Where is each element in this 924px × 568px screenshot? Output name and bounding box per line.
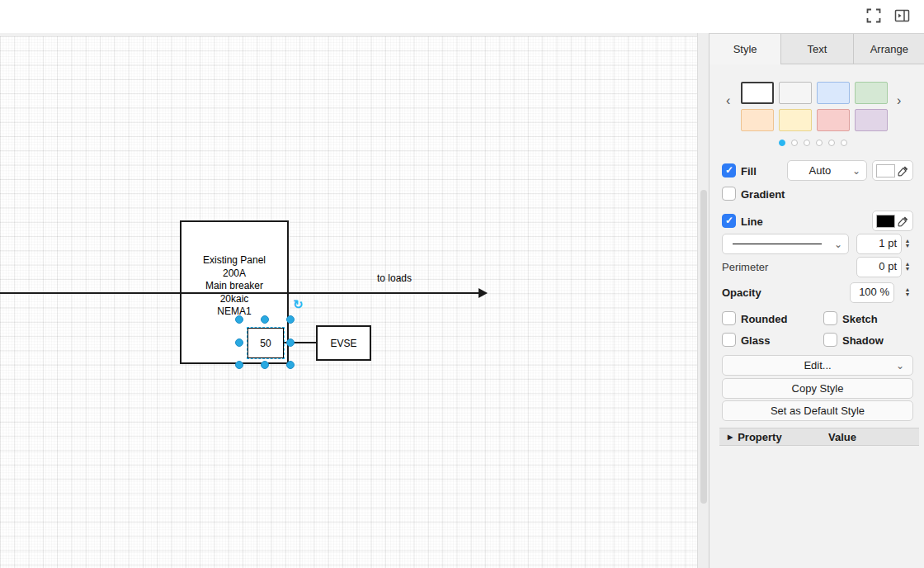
rotate-handle-icon[interactable]: ↻ (293, 298, 304, 311)
value-column-label: Value (828, 431, 856, 443)
line-color-swatch (876, 215, 895, 228)
format-panel: Style Text Arrange ‹ › Fill Auto ⌄ Gradi… (709, 33, 924, 568)
opacity-label: Opacity (722, 286, 761, 299)
property-table-header[interactable]: ▶ Property Value (719, 428, 919, 446)
rounded-label: Rounded (741, 313, 787, 325)
shadow-label: Shadow (842, 334, 884, 347)
fill-checkbox[interactable] (722, 163, 736, 178)
tab-style[interactable]: Style (710, 34, 781, 64)
line-label: Line (741, 215, 763, 228)
edit-style-button[interactable]: Edit... ⌄ (722, 355, 913, 376)
pager-dot-3[interactable] (816, 140, 823, 146)
canvas-vertical-scrollbar (697, 33, 709, 568)
chevron-down-icon: ⌄ (896, 362, 904, 370)
sketch-checkbox[interactable] (823, 311, 837, 325)
pager-dot-5[interactable] (841, 140, 847, 146)
pager-dot-1[interactable] (791, 140, 798, 146)
resize-handle[interactable] (235, 338, 243, 347)
shape-breaker-50[interactable]: 50 (248, 328, 284, 358)
opacity-input[interactable]: 100 % (850, 282, 894, 303)
style-swatch-7[interactable] (855, 109, 888, 131)
perimeter-label: Perimeter (722, 261, 768, 273)
resize-handle[interactable] (286, 338, 295, 347)
stepper-down-icon[interactable]: ▼ (905, 267, 911, 272)
resize-handle[interactable] (235, 315, 243, 324)
fill-label: Fill (741, 165, 757, 178)
top-toolbar (0, 0, 924, 33)
resize-handle[interactable] (261, 315, 269, 324)
panel-text-line: 20kaic (203, 293, 266, 306)
tab-text[interactable]: Text (781, 34, 853, 64)
line-style-select[interactable]: ⌄ (722, 234, 849, 254)
style-swatch-5[interactable] (779, 109, 812, 131)
line-color-button[interactable] (872, 211, 913, 231)
chevron-down-icon: ⌄ (834, 240, 842, 248)
line-width-stepper[interactable]: ▲ ▼ (903, 234, 912, 253)
tab-arrange[interactable]: Arrange (854, 34, 924, 64)
shadow-checkbox[interactable] (823, 333, 837, 347)
perimeter-stepper[interactable]: ▲ ▼ (903, 258, 912, 276)
opacity-stepper[interactable]: ▲ ▼ (903, 283, 912, 301)
rounded-checkbox[interactable] (722, 311, 736, 325)
style-swatch-0[interactable] (741, 82, 774, 104)
feeder-arrowhead-icon (478, 288, 488, 298)
diagram-canvas[interactable]: Existing Panel 200A Main breaker 20kaic … (0, 33, 697, 568)
property-column-label: Property (738, 431, 781, 443)
format-tabbar: Style Text Arrange (710, 33, 924, 64)
style-swatch-6[interactable] (817, 109, 850, 131)
edge-label-to-loads[interactable]: to loads (370, 272, 419, 284)
swatch-pager (710, 140, 916, 146)
fullscreen-icon[interactable] (866, 8, 883, 25)
toggle-format-panel-icon[interactable] (894, 8, 911, 25)
line-style-preview (733, 244, 822, 244)
feeder-edge[interactable] (0, 292, 480, 294)
copy-style-button[interactable]: Copy Style (722, 378, 913, 399)
swatch-prev-icon[interactable]: ‹ (726, 94, 730, 107)
resize-handle[interactable] (261, 361, 269, 369)
swatch-next-icon[interactable]: › (897, 94, 901, 107)
gradient-label: Gradient (741, 188, 785, 201)
set-default-style-button[interactable]: Set as Default Style (722, 400, 913, 421)
fill-color-button[interactable] (872, 160, 913, 181)
sketch-label: Sketch (842, 313, 878, 325)
fill-style-select[interactable]: Auto ⌄ (787, 160, 867, 181)
panel-text-line: NEMA1 (203, 305, 266, 319)
scrollbar-thumb[interactable] (700, 190, 707, 504)
pager-dot-2[interactable] (804, 140, 810, 146)
fill-style-value: Auto (788, 164, 852, 177)
style-swatch-4[interactable] (741, 109, 774, 131)
resize-handle[interactable] (235, 361, 243, 369)
stepper-down-icon[interactable]: ▼ (905, 244, 911, 248)
resize-handle[interactable] (286, 361, 295, 369)
fill-color-swatch (876, 164, 895, 178)
style-swatch-1[interactable] (779, 82, 812, 104)
glass-checkbox[interactable] (722, 333, 736, 347)
panel-text-line: Main breaker (203, 280, 266, 293)
perimeter-input[interactable]: 0 pt (856, 257, 902, 277)
eyedropper-icon (898, 165, 909, 177)
chevron-down-icon: ⌄ (852, 167, 860, 175)
eyedropper-icon (898, 215, 909, 227)
stepper-down-icon[interactable]: ▼ (905, 292, 911, 297)
glass-label: Glass (741, 334, 770, 347)
pager-dot-4[interactable] (828, 140, 835, 146)
style-swatch-2[interactable] (817, 82, 850, 104)
line-width-input[interactable]: 1 pt (856, 234, 902, 254)
panel-text-line: 200A (203, 267, 266, 281)
resize-handle[interactable] (286, 315, 295, 324)
gradient-checkbox[interactable] (722, 187, 736, 201)
style-swatch-grid (741, 82, 889, 131)
expand-triangle-icon: ▶ (728, 433, 733, 441)
panel-text-line: Existing Panel (203, 254, 266, 267)
shape-evse[interactable]: EVSE (316, 325, 371, 361)
style-swatch-3[interactable] (855, 82, 888, 104)
pager-dot-0[interactable] (779, 140, 785, 146)
edit-style-label: Edit... (804, 359, 831, 372)
line-checkbox[interactable] (722, 214, 736, 228)
